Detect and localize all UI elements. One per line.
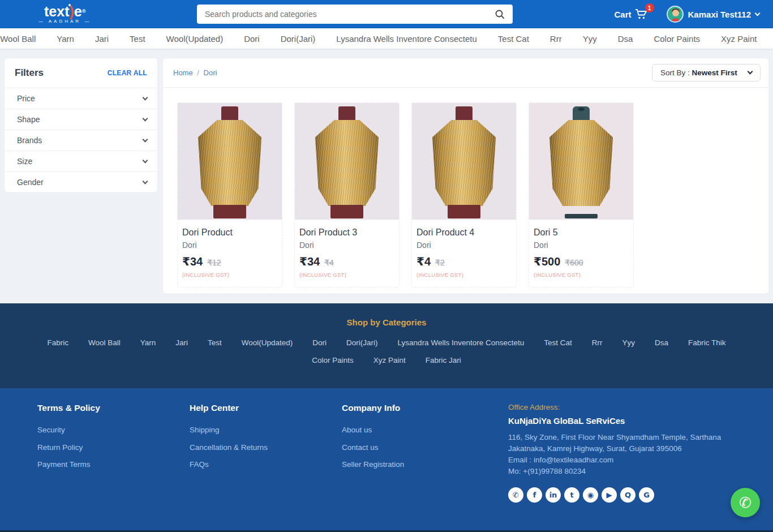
category-nav: Fabric Wool Ball Yarn Jari Test Wool(Upd… <box>0 28 773 49</box>
search-icon[interactable] <box>495 9 505 19</box>
footer-cat-dsa[interactable]: Dsa <box>655 338 668 347</box>
nav-item-yarn[interactable]: Yarn <box>57 34 74 44</box>
footer-cat-color-paints[interactable]: Color Paints <box>312 356 354 364</box>
breadcrumb: Home / Dori <box>173 68 217 77</box>
footer-cat-fabric-jari[interactable]: Fabric Jari <box>426 356 461 364</box>
filter-group-price[interactable]: Price <box>5 88 157 109</box>
user-menu[interactable]: Kamaxi Test112 <box>667 6 759 23</box>
nav-item-color-paints[interactable]: Color Paints <box>654 34 700 44</box>
facebook-icon[interactable]: f <box>527 487 542 503</box>
search-input[interactable] <box>205 10 495 19</box>
footer-cat-test-cat[interactable]: Test Cat <box>544 338 572 347</box>
office-phone: Mo: +(91)99788 80234 <box>508 466 746 477</box>
footer-cat-fabric-thik[interactable]: Fabric Thik <box>688 338 726 347</box>
clear-all-button[interactable]: CLEAR ALL <box>108 69 147 77</box>
user-name: Kamaxi Test112 <box>688 10 751 19</box>
chevron-down-icon <box>143 95 148 100</box>
product-card[interactable]: Dori Product Dori ₹34 ₹12 (INCLUSIVE GST… <box>177 102 282 288</box>
gst-note: (INCLUSIVE GST) <box>299 272 391 278</box>
nav-item-test-cat[interactable]: Test Cat <box>498 34 529 44</box>
footer-cat-wool-ball[interactable]: Wool Ball <box>88 338 121 347</box>
product-old-price: ₹12 <box>207 258 221 267</box>
youtube-icon[interactable]: ▶ <box>602 487 617 503</box>
filter-group-shape[interactable]: Shape <box>5 109 157 130</box>
footer-cat-rrr[interactable]: Rrr <box>592 338 603 347</box>
product-card[interactable]: Dori 5 Dori ₹500 ₹600 (INCLUSIVE GST) <box>529 102 634 288</box>
footer-link-cancellation[interactable]: Cancellation & Returns <box>190 443 342 452</box>
product-image <box>529 103 633 220</box>
footer-categories: Shop by Categories Fabric Wool Ball Yarn… <box>0 303 773 388</box>
instagram-icon[interactable]: ◉ <box>583 487 598 503</box>
chevron-down-icon <box>748 69 753 75</box>
footer-col-title: Terms & Policy <box>37 403 190 413</box>
product-card[interactable]: Dori Product 3 Dori ₹34 ₹4 (INCLUSIVE GS… <box>294 102 400 288</box>
page: text)e® AADHAR Cart 1 Kamaxi Test112 Fab… <box>0 0 773 532</box>
nav-item-wool-ball[interactable]: Wool Ball <box>0 34 36 44</box>
footer-cat-fabric[interactable]: Fabric <box>47 338 68 347</box>
product-old-price: ₹600 <box>565 258 583 267</box>
main-content: Filters CLEAR ALL Price Shape Brands Siz… <box>0 49 773 299</box>
twitter-icon[interactable]: t <box>564 487 579 503</box>
footer-cat-wool-updated[interactable]: Wool(Updated) <box>242 338 293 347</box>
footer-link-faqs[interactable]: FAQs <box>190 460 342 469</box>
nav-item-xyz-paint[interactable]: Xyz Paint <box>721 34 757 44</box>
footer-categories-row2: Color Paints Xyz Paint Fabric Jari <box>0 356 773 364</box>
nav-item-dori-jari[interactable]: Dori(Jari) <box>281 34 316 44</box>
footer-link-return-policy[interactable]: Return Policy <box>37 443 190 452</box>
footer-cat-yyy[interactable]: Yyy <box>622 338 635 347</box>
footer-cat-yarn[interactable]: Yarn <box>140 338 156 347</box>
product-list-panel: Home / Dori Sort By : Newest First Dori … <box>163 58 768 294</box>
breadcrumb-home[interactable]: Home <box>173 68 193 77</box>
registered-mark: ® <box>82 8 86 14</box>
linkedin-icon[interactable]: in <box>546 487 561 503</box>
cart-count-badge: 1 <box>645 3 654 12</box>
footer-cat-lysandra[interactable]: Lysandra Wells Inventore Consectetu <box>398 338 525 347</box>
filter-group-size[interactable]: Size <box>5 151 157 172</box>
chevron-down-icon <box>143 178 148 184</box>
footer-cat-dori-jari[interactable]: Dori(Jari) <box>346 338 378 347</box>
user-avatar <box>667 6 684 23</box>
nav-item-dori[interactable]: Dori <box>244 34 260 44</box>
product-old-price: ₹4 <box>324 258 334 267</box>
footer-link-payment-terms[interactable]: Payment Terms <box>37 460 190 469</box>
whatsapp-icon[interactable]: ✆ <box>508 487 523 503</box>
footer-link-contact-us[interactable]: Contact us <box>342 443 494 452</box>
product-name: Dori Product <box>182 228 274 238</box>
gst-note: (INCLUSIVE GST) <box>416 272 508 278</box>
footer-cat-dori[interactable]: Dori <box>312 338 327 347</box>
footer-cat-xyz-paint[interactable]: Xyz Paint <box>373 356 406 364</box>
footer-link-about-us[interactable]: About us <box>342 426 494 434</box>
footer-col-company: Company Info About us Contact us Seller … <box>342 403 494 530</box>
footer-link-shipping[interactable]: Shipping <box>190 426 342 434</box>
nav-item-lysandra[interactable]: Lysandra Wells Inventore Consectetu <box>336 34 476 44</box>
product-price: ₹500 <box>534 255 560 268</box>
filter-group-brands[interactable]: Brands <box>5 130 157 151</box>
nav-item-wool-updated[interactable]: Wool(Updated) <box>166 34 224 44</box>
nav-item-dsa[interactable]: Dsa <box>618 34 633 44</box>
quora-icon[interactable]: Q <box>620 487 635 503</box>
footer-link-security[interactable]: Security <box>37 426 190 434</box>
filter-group-gender[interactable]: Gender <box>5 172 157 192</box>
footer-cat-test[interactable]: Test <box>208 338 222 347</box>
footer-categories-title: Shop by Categories <box>0 318 773 327</box>
nav-item-yyy[interactable]: Yyy <box>583 34 597 44</box>
office-address-label: Office Address: <box>508 403 746 411</box>
google-icon[interactable]: G <box>639 487 654 503</box>
footer-col-office: Office Address: KuNjaDiYa GloBaL SeRviCe… <box>508 403 746 530</box>
gst-note: (INCLUSIVE GST) <box>182 272 274 278</box>
chevron-down-icon <box>143 136 148 142</box>
footer-link-seller-registration[interactable]: Seller Registration <box>342 460 494 469</box>
product-image <box>295 103 399 220</box>
cart-button[interactable]: Cart 1 <box>615 8 647 20</box>
product-old-price: ₹2 <box>435 258 445 267</box>
site-logo[interactable]: text)e® AADHAR <box>38 5 91 24</box>
whatsapp-float-button[interactable]: ✆ <box>731 488 760 517</box>
nav-item-jari[interactable]: Jari <box>95 34 109 44</box>
product-card[interactable]: Dori Product 4 Dori ₹4 ₹2 (INCLUSIVE GST… <box>411 102 517 288</box>
nav-item-rrr[interactable]: Rrr <box>550 34 562 44</box>
product-category: Dori <box>534 241 625 250</box>
nav-item-test[interactable]: Test <box>130 34 145 44</box>
footer-cat-jari[interactable]: Jari <box>175 338 188 347</box>
sort-dropdown[interactable]: Sort By : Newest First <box>652 64 761 81</box>
product-price: ₹4 <box>416 255 431 268</box>
